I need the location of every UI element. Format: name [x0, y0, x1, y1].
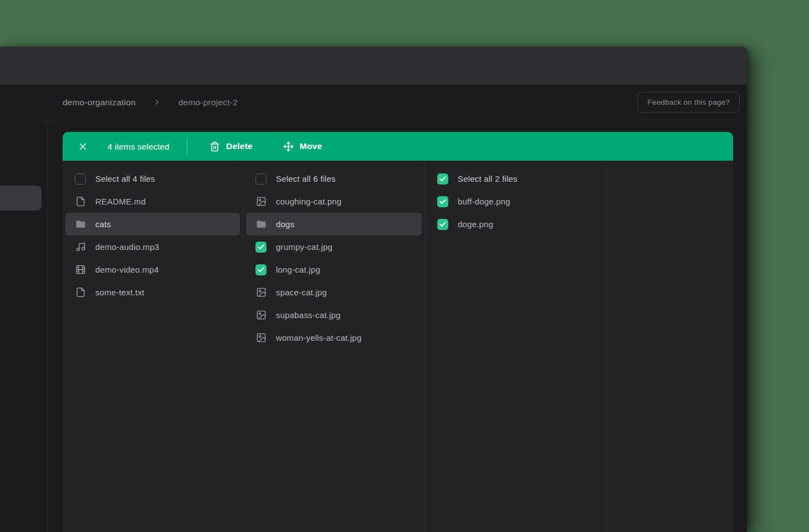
file-checkbox-checked[interactable] [255, 264, 267, 275]
file-name: grumpy-cat.jpg [276, 242, 332, 252]
image-icon [255, 332, 267, 344]
window-titlebar [0, 47, 747, 85]
file-name: demo-audio.mp3 [95, 242, 159, 252]
folder-row[interactable]: dogs [246, 213, 422, 236]
selection-action-bar: 4 items selected Delete Move [63, 132, 733, 161]
app-window: demo-organization demo-project-2 Feedbac… [0, 47, 747, 532]
delete-button-label: Delete [226, 141, 253, 151]
file-name: demo-video.mp4 [95, 265, 159, 274]
file-checkbox-checked[interactable] [437, 219, 448, 230]
file-name: doge.png [458, 219, 493, 229]
select-all-checkbox-checked[interactable] [437, 173, 448, 185]
file-row[interactable]: demo-audio.mp3 [65, 236, 240, 258]
move-icon [283, 141, 294, 152]
file-column-3 [606, 161, 733, 532]
file-row[interactable]: supabass-cat.jpg [246, 304, 422, 326]
film-icon [75, 264, 86, 275]
file-name: README.md [95, 197, 146, 206]
folder-icon [75, 219, 86, 230]
sidebar [0, 120, 48, 532]
chevron-right-icon [153, 98, 161, 106]
file-name: space-cat.jpg [276, 288, 327, 297]
sidebar-item-active[interactable] [0, 186, 42, 211]
breadcrumb-organization[interactable]: demo-organization [63, 98, 136, 108]
file-icon [75, 287, 86, 298]
image-icon [255, 287, 267, 298]
storage-explorer: 4 items selected Delete Move [48, 120, 747, 532]
select-all-checkbox-unchecked[interactable] [255, 173, 267, 185]
trash-icon [209, 141, 220, 152]
close-selection-button[interactable] [76, 140, 90, 154]
image-icon [255, 196, 267, 207]
select-all-checkbox-unchecked[interactable] [75, 173, 86, 185]
delete-button[interactable]: Delete [209, 141, 253, 152]
file-name: woman-yells-at-cat.jpg [276, 333, 361, 342]
file-name: supabass-cat.jpg [276, 310, 341, 320]
file-row[interactable]: woman-yells-at-cat.jpg [246, 326, 422, 349]
file-name: buff-doge.png [458, 197, 510, 206]
file-row[interactable]: buff-doge.png [428, 190, 603, 213]
file-checkbox-checked[interactable] [255, 242, 267, 253]
file-column-1: Select all 6 filescoughing-cat.pngdogsgr… [243, 161, 425, 532]
page: { "colors": { "backdrop_green": "#47704d… [0, 0, 809, 532]
file-checkbox-checked[interactable] [437, 196, 448, 207]
content-area: 4 items selected Delete Move [0, 120, 747, 532]
file-column-2: Select all 2 filesbuff-doge.pngdoge.png [425, 161, 606, 532]
folder-row[interactable]: cats [65, 213, 240, 236]
file-columns: Select all 4 filesREADME.mdcatsdemo-audi… [63, 161, 733, 532]
breadcrumb-project[interactable]: demo-project-2 [178, 98, 238, 108]
music-icon [75, 242, 86, 253]
file-row[interactable]: README.md [65, 190, 240, 213]
file-column-0: Select all 4 filesREADME.mdcatsdemo-audi… [63, 161, 243, 532]
select-all-label: Select all 2 files [458, 174, 518, 183]
image-icon [255, 310, 267, 321]
file-name: cats [95, 219, 111, 229]
feedback-button[interactable]: Feedback on this page? [637, 92, 740, 112]
move-button-label: Move [300, 141, 322, 151]
file-icon [75, 196, 86, 207]
action-bar-divider [187, 138, 188, 155]
file-row[interactable]: space-cat.jpg [246, 281, 422, 304]
file-row[interactable]: doge.png [428, 213, 603, 236]
file-row[interactable]: some-text.txt [65, 281, 240, 304]
folder-icon [255, 219, 267, 230]
x-icon [78, 142, 88, 151]
selected-count-label: 4 items selected [107, 142, 170, 151]
file-name: coughing-cat.png [276, 197, 341, 206]
select-all-label: Select all 6 files [276, 174, 336, 183]
move-button[interactable]: Move [283, 141, 322, 152]
file-browser-panel: 4 items selected Delete Move [63, 132, 733, 532]
select-all-row[interactable]: Select all 2 files [428, 167, 603, 190]
file-row[interactable]: long-cat.jpg [246, 258, 422, 281]
file-row[interactable]: coughing-cat.png [246, 190, 422, 213]
select-all-row[interactable]: Select all 6 files [246, 167, 422, 190]
page-header: demo-organization demo-project-2 Feedbac… [0, 85, 747, 120]
select-all-row[interactable]: Select all 4 files [65, 167, 240, 190]
file-name: dogs [276, 219, 294, 229]
file-name: long-cat.jpg [276, 265, 320, 274]
file-row[interactable]: grumpy-cat.jpg [246, 236, 422, 258]
breadcrumb: demo-organization demo-project-2 [63, 98, 238, 108]
select-all-label: Select all 4 files [95, 174, 155, 183]
file-name: some-text.txt [95, 288, 144, 297]
file-row[interactable]: demo-video.mp4 [65, 258, 240, 281]
